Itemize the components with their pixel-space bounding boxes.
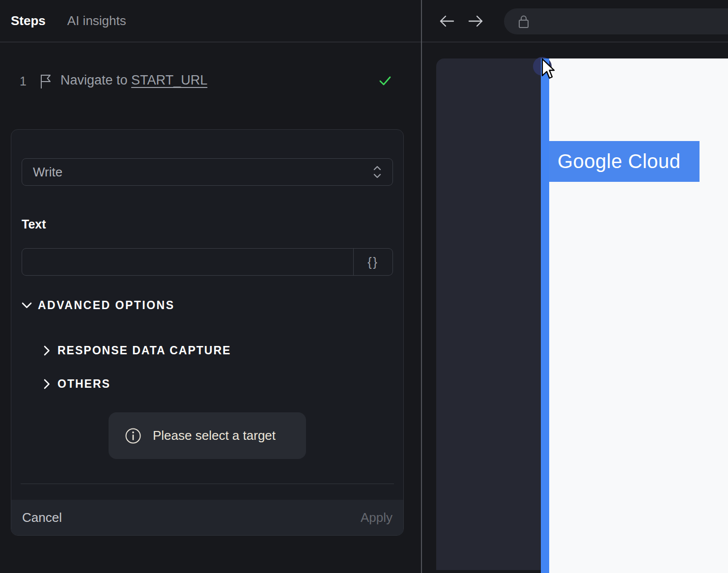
step-label: Navigate to START_URL (60, 73, 207, 88)
address-bar[interactable] (504, 8, 728, 34)
start-url-link[interactable]: START_URL (131, 73, 207, 87)
lock-icon (517, 14, 531, 29)
tab-ai-insights[interactable]: AI insights (67, 13, 126, 29)
text-field-label: Text (22, 217, 46, 231)
step-row[interactable]: 1 Navigate to START_URL (0, 73, 413, 92)
page-dark-sidebar (436, 58, 541, 570)
select-target-notice-text: Please select a target (153, 428, 276, 443)
text-input-group: {} (22, 248, 393, 276)
advanced-options-label: ADVANCED OPTIONS (38, 299, 175, 312)
steps-panel: Steps AI insights 1 Navigate to START_UR… (0, 0, 421, 573)
browser-viewport: Google Cloud (422, 43, 728, 573)
info-icon (124, 427, 142, 445)
browser-preview: Google Cloud (422, 0, 728, 573)
google-cloud-highlight[interactable]: Google Cloud (549, 141, 700, 182)
editor-footer: Cancel Apply (11, 500, 403, 535)
tab-steps[interactable]: Steps (11, 13, 46, 29)
response-data-capture-toggle[interactable]: RESPONSE DATA CAPTURE (44, 344, 231, 357)
others-label: OTHERS (57, 377, 111, 391)
chevron-right-icon (44, 345, 50, 356)
action-select[interactable]: Write (22, 158, 393, 186)
step-text: Navigate to (60, 73, 128, 87)
browser-topbar (422, 0, 728, 42)
chevron-right-icon (44, 379, 50, 389)
success-check-icon (378, 74, 392, 87)
others-toggle[interactable]: OTHERS (44, 377, 111, 390)
step-editor-card: Write Text {} ADVANCED OPTIONS (11, 129, 404, 536)
cancel-button[interactable]: Cancel (22, 510, 62, 525)
response-data-capture-label: RESPONSE DATA CAPTURE (57, 344, 231, 357)
advanced-options-toggle[interactable]: ADVANCED OPTIONS (22, 298, 175, 313)
page-background (549, 58, 728, 573)
footer-divider (21, 484, 394, 484)
action-select-value: Write (33, 165, 62, 180)
forward-arrow-icon[interactable] (467, 14, 484, 29)
select-target-notice: Please select a target (109, 412, 306, 459)
mouse-cursor-icon (541, 58, 558, 82)
select-chevrons-icon (373, 165, 382, 179)
apply-button[interactable]: Apply (361, 510, 392, 525)
panel-header: Steps AI insights (0, 0, 421, 42)
chevron-down-icon (22, 302, 32, 309)
text-input[interactable] (22, 249, 353, 275)
insert-variable-button[interactable]: {} (353, 249, 392, 275)
flag-icon (39, 74, 52, 89)
element-highlight-stripe (541, 58, 549, 573)
step-number: 1 (20, 74, 27, 88)
back-arrow-icon[interactable] (439, 14, 455, 29)
